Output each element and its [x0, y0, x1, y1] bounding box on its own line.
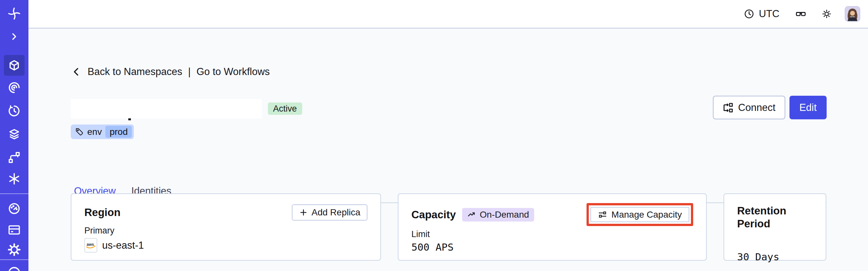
sliders-icon	[598, 210, 607, 219]
sidebar-item-namespaces[interactable]	[4, 55, 25, 76]
batch-operations-icon	[8, 172, 21, 185]
sidebar-item-nexus[interactable]	[0, 151, 28, 164]
main-content: Back to Namespaces | Go to Workflows Act…	[28, 28, 868, 271]
clock-icon	[744, 9, 754, 19]
temporal-logo-icon[interactable]	[0, 7, 28, 20]
sidebar-item-billing[interactable]	[0, 223, 28, 236]
namespace-title-row: Active	[71, 99, 302, 118]
schedules-icon	[8, 104, 21, 117]
sidebar-item-settings[interactable]	[0, 243, 28, 256]
light-theme-icon[interactable]	[822, 9, 832, 19]
retention-card: Retention Period 30 Days	[723, 193, 826, 261]
edit-button-label: Edit	[800, 102, 817, 114]
timezone-selector[interactable]: UTC	[744, 8, 779, 20]
add-replica-button[interactable]: Add Replica	[292, 204, 367, 220]
aws-provider-icon: aws	[84, 238, 97, 252]
on-demand-badge-label: On-Demand	[480, 210, 529, 220]
top-bar: UTC	[28, 0, 868, 28]
capacity-card: Capacity On-Demand	[398, 193, 707, 261]
on-demand-badge: On-Demand	[462, 208, 534, 221]
capacity-card-title: Capacity	[411, 208, 456, 221]
region-card: Region Add Replica Primary aws	[71, 193, 381, 261]
primary-label: Primary	[84, 225, 367, 236]
namespace-title-redacted	[71, 99, 262, 118]
tag-value: prod	[105, 126, 132, 138]
sidebar-item-batch-operations[interactable]	[0, 172, 28, 185]
region-card-title: Region	[84, 206, 121, 219]
retention-card-title: Retention Period	[737, 204, 813, 230]
connect-icon	[722, 102, 734, 113]
add-replica-label: Add Replica	[312, 207, 360, 218]
sidebar-divider	[0, 193, 28, 194]
namespaces-icon	[8, 59, 20, 71]
settings-icon	[8, 243, 21, 256]
billing-icon	[8, 223, 21, 236]
manage-capacity-highlight: Manage Capacity	[587, 203, 693, 226]
user-avatar[interactable]	[845, 6, 860, 22]
namespace-actions: Connect Edit	[713, 96, 827, 119]
expand-icon[interactable]	[0, 31, 28, 42]
timezone-label: UTC	[759, 8, 779, 20]
page-container: Back to Namespaces | Go to Workflows Act…	[71, 28, 827, 271]
manage-capacity-label: Manage Capacity	[612, 210, 682, 220]
tags-row: env prod	[71, 124, 134, 139]
profile-icon	[7, 266, 21, 271]
primary-region-row: aws us-east-1	[84, 238, 367, 252]
breadcrumb-separator: |	[188, 66, 191, 78]
aws-logo-text: aws	[87, 242, 94, 247]
sidebar-divider	[0, 259, 28, 260]
status-badge: Active	[268, 102, 302, 115]
sidebar-item-usage[interactable]	[0, 202, 28, 215]
usage-icon	[8, 202, 21, 215]
labs-glasses-icon[interactable]	[795, 8, 807, 20]
sidebar-item-schedules[interactable]	[0, 104, 28, 117]
sidebar-item-workflows[interactable]	[0, 81, 28, 94]
manage-capacity-button[interactable]: Manage Capacity	[590, 207, 689, 222]
trending-up-icon	[467, 210, 477, 219]
tag-chip-env-prod: env prod	[71, 124, 134, 139]
tag-key: env	[87, 127, 102, 137]
retention-value: 30 Days	[737, 251, 813, 263]
limit-label: Limit	[411, 229, 693, 240]
workflows-icon	[8, 81, 21, 94]
sidebar-item-deployments[interactable]	[0, 128, 28, 141]
tag-icon	[75, 127, 84, 136]
breadcrumb-back-link[interactable]: Back to Namespaces	[88, 66, 182, 78]
back-chevron-icon[interactable]	[71, 67, 82, 77]
nexus-icon	[8, 151, 21, 164]
region-value: us-east-1	[102, 240, 144, 251]
sidebar	[0, 0, 28, 271]
breadcrumb: Back to Namespaces | Go to Workflows	[71, 66, 270, 78]
sidebar-item-profile[interactable]	[0, 266, 28, 271]
overview-cards: Region Add Replica Primary aws	[71, 193, 826, 261]
limit-value: 500 APS	[411, 241, 693, 253]
breadcrumb-workflows-link[interactable]: Go to Workflows	[196, 66, 270, 78]
edit-button[interactable]: Edit	[789, 96, 827, 119]
deployments-icon	[8, 128, 21, 141]
plus-icon	[299, 208, 308, 217]
connect-button-label: Connect	[738, 102, 775, 114]
connect-button[interactable]: Connect	[713, 96, 785, 119]
